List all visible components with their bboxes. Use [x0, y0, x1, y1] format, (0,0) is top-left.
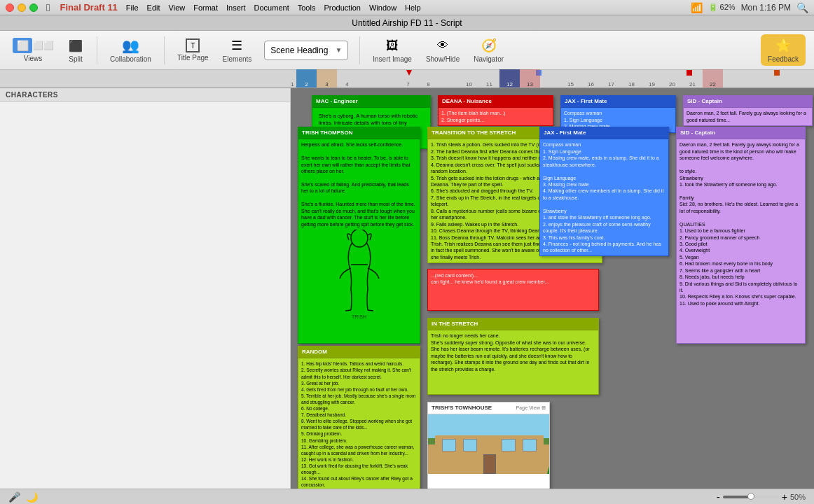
trish-card-header: TRISH THOMPSON [298, 127, 420, 139]
jax-detail-body: Compass woman 1. Sign Language 2. Missin… [540, 139, 668, 256]
elements-button[interactable]: ☰ Elements [219, 35, 256, 65]
zoom-out-icon[interactable]: - [717, 491, 720, 503]
maximize-button[interactable] [29, 4, 38, 12]
navigator-icon: 🧭 [481, 37, 497, 54]
view-split-icon[interactable]: ⬜⬜ [34, 38, 53, 53]
spotlight-icon[interactable]: 🔍 [796, 2, 808, 13]
show-hide-label: Show/Hide [426, 55, 460, 63]
random-card-body: 1. Has hip kids' friends. Tattoos and we… [298, 358, 420, 504]
title-page-icon: T [186, 38, 200, 52]
random-card-header: RANDOM [298, 346, 420, 358]
menu-format[interactable]: Format [189, 2, 222, 13]
creature-illustration [809, 158, 814, 298]
clock: Mon 1:16 PM [741, 3, 791, 13]
sid-card-header: SID - Captain [684, 96, 812, 108]
wifi-icon: 📶 [691, 2, 703, 13]
elements-label: Elements [223, 55, 252, 63]
random-card[interactable]: RANDOM 1. Has hip kids' friends. Tattoos… [298, 346, 420, 504]
collaboration-button[interactable]: 👥 Collaboration [106, 35, 156, 65]
apple-logo-icon:  [46, 1, 50, 13]
trish-card-body: Helpless and afraid. She lacks self-conf… [298, 139, 420, 230]
svg-point-0 [351, 230, 368, 247]
menu-file[interactable]: File [122, 2, 143, 13]
trish-name-tag: TRISH [298, 314, 420, 322]
collaboration-label: Collaboration [110, 55, 151, 63]
feedback-icon: ⭐ [775, 37, 792, 54]
format-dropdown-value: Scene Heading [270, 46, 328, 55]
menu-window[interactable]: Window [365, 2, 401, 13]
mic-icon[interactable]: 🎤 [8, 491, 20, 503]
deana-card-body: 1. (The item blah blah man...) 2. Strong… [439, 108, 553, 125]
sidebar-empty [0, 102, 290, 113]
feedback-label: Feedback [768, 55, 799, 63]
townhouse-card[interactable]: TRISH'S TOWNHOUSE Page View ⊞ [427, 402, 550, 493]
trish-card[interactable]: TRISH THOMPSON Helpless and afraid. She … [298, 127, 420, 344]
toolbar-separator-1 [97, 36, 97, 64]
zoom-control[interactable]: - + 50% [717, 491, 806, 503]
insert-image-button[interactable]: 🖼 Insert Image [368, 35, 416, 65]
stretch-card-header: IN THE STRETCH [428, 318, 598, 330]
deana-card[interactable]: DEANA - Nuisance 1. (The item blah blah … [438, 95, 553, 126]
title-page-label: Title Page [177, 54, 209, 62]
townhouse-card-header: TRISH'S TOWNHOUSE Page View ⊞ [428, 402, 549, 414]
mac-card-header: MAC - Engineer [312, 96, 430, 108]
minimize-button[interactable] [18, 4, 26, 12]
split-label: Split [69, 55, 82, 63]
sid-detail-body: Daeron man, 2 feet tall. Farely guy alwa… [677, 139, 805, 309]
moon-icon[interactable]: 🌙 [26, 491, 38, 503]
insert-image-icon: 🖼 [384, 37, 401, 54]
views-label: Views [24, 55, 43, 62]
sid-detail-card[interactable]: SID - Captain Daeron man, 2 feet tall. F… [676, 127, 806, 344]
sidebar-characters-header: CHARACTERS [0, 88, 290, 102]
sid-detail-header: SID - Captain [677, 127, 805, 139]
menu-tools[interactable]: Tools [294, 2, 320, 13]
dropdown-chevron-icon: ▼ [335, 46, 342, 54]
menu-production[interactable]: Production [319, 2, 365, 13]
stretch-card-body: Trish no longer needs her cane. She's su… [428, 330, 598, 374]
format-dropdown[interactable]: Scene Heading ▼ [264, 41, 348, 60]
jax-detail-card[interactable]: JAX - First Mate Compass woman 1. Sign L… [539, 127, 669, 256]
menu-view[interactable]: View [165, 2, 190, 13]
menu-help[interactable]: Help [401, 2, 425, 13]
app-name: Final Draft 11 [55, 1, 121, 14]
navigator-button[interactable]: 🧭 Navigator [469, 35, 508, 65]
jax-detail-header: JAX - First Mate [540, 127, 668, 139]
show-hide-button[interactable]: 👁 Show/Hide [422, 35, 464, 65]
menu-insert[interactable]: Insert [222, 2, 250, 13]
view-single-icon[interactable]: ⬜ [13, 38, 32, 53]
split-icon: ⬛ [67, 37, 84, 54]
menu-edit[interactable]: Edit [143, 2, 165, 13]
split-button[interactable]: ⬛ Split [63, 35, 88, 65]
feedback-button[interactable]: ⭐ Feedback [761, 34, 806, 66]
navigator-label: Navigator [474, 55, 504, 63]
toolbar-separator-3 [359, 36, 360, 64]
zoom-value: 50% [790, 493, 806, 501]
title-page-button[interactable]: T Title Page [173, 36, 213, 64]
sid-card[interactable]: SID - Captain Daeron man, 2 feet tall. F… [683, 95, 813, 126]
insert-image-label: Insert Image [373, 55, 412, 63]
townhouse-image [428, 414, 549, 474]
stretch-card[interactable]: IN THE STRETCH Trish no longer needs her… [427, 318, 599, 395]
zoom-in-icon[interactable]: + [782, 491, 787, 503]
red-middle-card[interactable]: ...(red card content)... can fight... he… [427, 269, 599, 311]
window-title: Untitled Airship FD 11 - Script [352, 18, 462, 28]
red-middle-card-body: ...(red card content)... can fight... he… [428, 270, 598, 288]
menu-document[interactable]: Document [250, 2, 294, 13]
trish-illustration [298, 230, 420, 314]
battery-icon: 🔋 62% [708, 3, 736, 12]
show-hide-icon: 👁 [434, 37, 451, 54]
deana-card-header: DEANA - Nuisance [439, 96, 553, 108]
views-button[interactable]: ⬜ ⬜⬜ Views [8, 36, 57, 64]
close-button[interactable] [6, 4, 14, 12]
sid-card-body: Daeron man, 2 feet tall. Farely guy alwa… [684, 108, 812, 125]
collaboration-icon: 👥 [122, 37, 139, 54]
elements-icon: ☰ [228, 37, 245, 54]
toolbar-separator-2 [164, 36, 165, 64]
jax-card-header: JAX - First Mate [561, 96, 675, 108]
